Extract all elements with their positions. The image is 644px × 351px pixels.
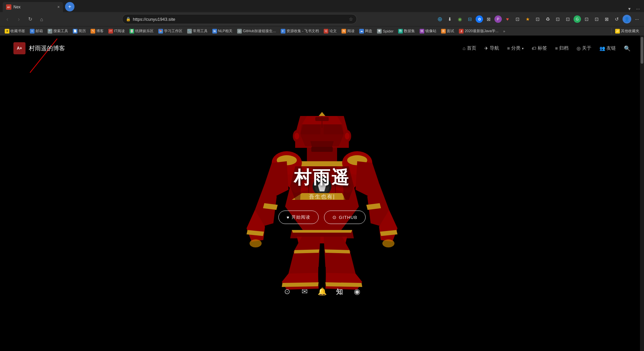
email-social-icon[interactable]: ✉ — [299, 286, 310, 297]
bookmark-favicon: ☁ — [359, 29, 364, 34]
bookmark-spider[interactable]: 🕷 Spider — [375, 28, 395, 34]
bookmark-favicon: ⊙ — [237, 29, 242, 34]
bookmark-separator — [611, 28, 612, 34]
bookmark-label: 搜索工具 — [53, 28, 68, 34]
site-logo[interactable]: A+ 村雨遥的博客 — [13, 42, 65, 54]
forward-button[interactable]: › — [14, 14, 23, 24]
nav-friends[interactable]: 👥 友链 — [599, 45, 616, 51]
plugin1-icon[interactable]: ⊠ — [484, 15, 493, 23]
new-tab-button[interactable]: + — [65, 2, 74, 11]
nav-about[interactable]: ◎ 关于 — [577, 45, 591, 51]
douban-icon[interactable]: ⊟ — [466, 15, 474, 23]
back-button[interactable]: ‹ — [3, 14, 12, 24]
home-button[interactable]: ⌂ — [37, 14, 46, 24]
plugin10-icon[interactable]: G — [574, 15, 581, 23]
hero-section: 村雨遥 吾生也有| ♥ 开始阅读 ⊙ GITHUB — [0, 36, 644, 337]
bookmark-dataset[interactable]: 数 数据集 — [396, 28, 417, 34]
bookmark-tools[interactable]: 🔧 常用工具 — [185, 28, 210, 34]
bookmarks-more-button[interactable]: » — [502, 28, 506, 34]
bookmark-label: 常用工具 — [193, 28, 208, 34]
bookmark-game[interactable]: 🃏 纸牌娱乐区 — [127, 28, 156, 34]
notification-social-icon[interactable]: 🔔 — [317, 286, 327, 297]
active-tab[interactable]: A+ Nex × — [3, 2, 63, 12]
bookmark-favicon: ✉ — [30, 29, 35, 34]
nav-home[interactable]: ⌂ 首页 — [463, 45, 476, 51]
bookmark-study[interactable]: 📚 学习工作区 — [156, 28, 184, 34]
nav-archive[interactable]: ≡ 归档 — [555, 45, 569, 51]
nav-category[interactable]: ≡ 分类 ▾ — [507, 45, 524, 51]
zhihu-social-icon[interactable]: 知 — [334, 286, 345, 297]
plugin9-icon[interactable]: ⊡ — [564, 15, 572, 23]
bookmark-favicon: ✎ — [91, 29, 95, 34]
bookmark-mirror[interactable]: 镜 镜像站 — [418, 28, 438, 34]
bookmark-label: 资源收集 - 飞书文档 — [286, 28, 319, 34]
nav-search[interactable]: 🔍 — [624, 45, 631, 52]
bookmark-resume[interactable]: 📄 简历 — [71, 28, 88, 34]
nav-tags[interactable]: 🏷 标签 — [532, 45, 547, 51]
nav-navigation[interactable]: ✈ 导航 — [484, 45, 499, 51]
bookmark-paper[interactable]: 论 论文 — [322, 28, 339, 34]
bookmark-label: 邮箱 — [36, 28, 43, 34]
profile-avatar[interactable]: 👤 — [623, 15, 631, 23]
address-bar[interactable]: 🔒 ☆ — [122, 14, 357, 24]
tab-more-icon[interactable]: ··· — [635, 5, 641, 12]
plugin12-icon[interactable]: ⊡ — [592, 15, 601, 23]
site-nav-links: ⌂ 首页 ✈ 导航 ≡ 分类 ▾ 🏷 标签 ≡ 归档 — [463, 45, 631, 52]
extensions-icon[interactable]: ⊕ — [435, 15, 444, 23]
site-logo-text: 村雨遥的博客 — [29, 44, 65, 52]
bookmark-search[interactable]: 🔍 搜索工具 — [46, 28, 70, 34]
plugin11-icon[interactable]: ⊡ — [582, 15, 591, 23]
tab-close-button[interactable]: × — [57, 5, 60, 9]
plugin7-icon[interactable]: ♻ — [543, 15, 552, 23]
bookmark-other-folder[interactable]: 📁 其他收藏夹 — [613, 28, 641, 34]
plugin13-icon[interactable]: ⊠ — [602, 15, 611, 23]
bookmark-favicon: F — [281, 29, 285, 34]
plugin3-icon[interactable]: ♥ — [503, 15, 512, 23]
bookmark-blog[interactable]: ✎ 博客 — [89, 28, 106, 34]
bookmark-label: Spider — [383, 29, 393, 33]
bookmark-netdisk[interactable]: ☁ 网盘 — [357, 28, 374, 34]
bookmark-label: 数据集 — [404, 28, 415, 34]
tab-title: Nex — [13, 5, 55, 9]
bookmark-github-acc[interactable]: ⊙ GitHub加速链接生... — [235, 28, 278, 34]
sync-icon[interactable]: ↺ — [612, 15, 621, 23]
start-reading-button[interactable]: ♥ 开始阅读 — [278, 211, 319, 224]
plugin2-icon[interactable]: P — [494, 15, 502, 23]
plugin6-icon[interactable]: ⊡ — [533, 15, 542, 23]
github-label: GITHUB — [339, 215, 357, 220]
downloads-icon[interactable]: ⬇ — [445, 15, 454, 23]
url-input[interactable] — [133, 17, 347, 22]
bookmark-java[interactable]: J 2020最新版Java学... — [457, 28, 500, 34]
bookmark-label: 简历 — [78, 28, 86, 34]
bookmark-favorites[interactable]: ★ 收藏书签 — [3, 28, 27, 34]
ironman-illustration: 村雨遥 吾生也有| ♥ 开始阅读 ⊙ GITHUB — [235, 72, 409, 300]
rss-social-icon[interactable]: ◉ — [352, 286, 362, 297]
hero-title: 村雨遥 — [275, 166, 369, 189]
tab-dropdown-icon[interactable]: ▾ — [626, 5, 633, 12]
bookmark-label: 学习工作区 — [164, 28, 182, 34]
bookmark-star-icon[interactable]: ☆ — [349, 16, 353, 22]
plugin4-icon[interactable]: ⊡ — [513, 15, 522, 23]
bookmark-favicon: IT — [108, 29, 113, 34]
menu-icon[interactable]: ··· — [633, 15, 641, 23]
yuque-icon[interactable]: ✿ — [476, 15, 483, 23]
feedly-icon[interactable]: ◉ — [455, 15, 464, 23]
bookmark-resources[interactable]: F 资源收集 - 飞书文档 — [279, 28, 321, 34]
github-button[interactable]: ⊙ GITHUB — [324, 211, 366, 224]
github-social-icon[interactable]: ⊙ — [282, 286, 292, 297]
bookmark-nlp[interactable]: N NLP相关 — [210, 28, 234, 34]
refresh-button[interactable]: ↻ — [25, 14, 35, 24]
bookmark-favicon: 论 — [324, 29, 328, 34]
start-reading-label: 开始阅读 — [291, 214, 310, 220]
svg-marker-56 — [324, 124, 344, 134]
bookmark-interview[interactable]: 面 面试 — [439, 28, 456, 34]
page-content: A+ 村雨遥的博客 ⌂ 首页 ✈ 导航 ≡ 分类 ▾ — [0, 36, 644, 338]
plugin5-icon[interactable]: ★ — [523, 15, 532, 23]
scrollbar[interactable] — [640, 36, 644, 351]
hero-buttons: ♥ 开始阅读 ⊙ GITHUB — [275, 211, 369, 224]
bookmark-read[interactable]: 阅 阅读 — [339, 28, 357, 34]
bookmark-it-read[interactable]: IT IT阅读 — [106, 28, 127, 34]
bookmark-email[interactable]: ✉ 邮箱 — [28, 28, 45, 34]
plugin8-icon[interactable]: ⊡ — [553, 15, 562, 23]
bookmark-label: 纸牌娱乐区 — [135, 28, 154, 34]
